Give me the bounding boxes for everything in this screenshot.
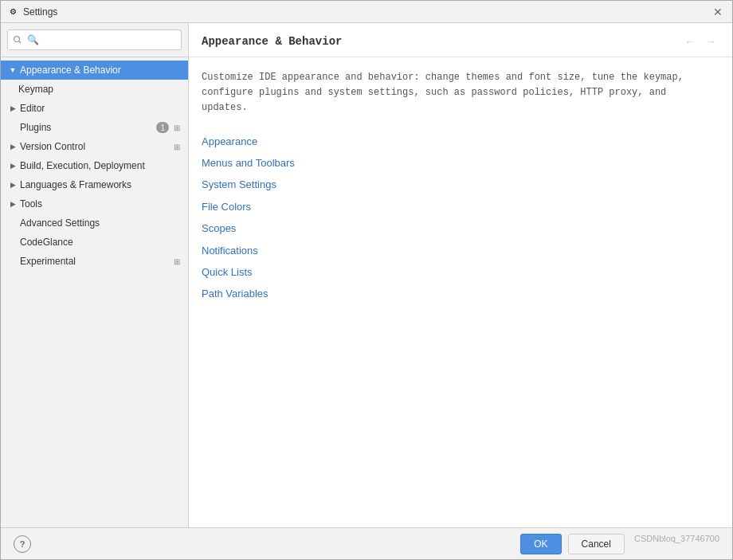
description-text: Customize IDE appearance and behavior: c… — [202, 70, 711, 116]
sidebar-item-label: Appearance & Behavior — [20, 65, 182, 76]
link-menus-toolbars[interactable]: Menus and Toolbars — [202, 154, 719, 172]
link-file-colors[interactable]: File Colors — [202, 198, 719, 216]
sidebar-item-editor[interactable]: ▶ Editor — [1, 99, 188, 118]
sidebar-item-tools[interactable]: ▶ Tools — [1, 194, 188, 213]
sidebar-item-label: Experimental — [20, 256, 172, 267]
settings-window: ⚙ Settings ✕ ▼ Appearance & Behavior Key… — [0, 0, 733, 560]
sidebar-item-label: CodeGlance — [20, 237, 182, 248]
spacer — [7, 122, 18, 133]
chevron-right-icon: ▶ — [7, 160, 18, 171]
sidebar-item-label: Build, Execution, Deployment — [20, 160, 182, 171]
main-content: ▼ Appearance & Behavior Keymap ▶ Editor … — [1, 23, 732, 527]
sidebar-tree: ▼ Appearance & Behavior Keymap ▶ Editor … — [1, 57, 188, 527]
chevron-right-icon: ▶ — [7, 179, 18, 190]
ok-button[interactable]: OK — [520, 534, 561, 554]
sidebar-item-experimental[interactable]: Experimental ⊞ — [1, 252, 188, 271]
footer: ? OK Cancel CSDNbloq_37746700 — [1, 527, 732, 559]
link-system-settings[interactable]: System Settings — [202, 175, 719, 194]
link-notifications[interactable]: Notifications — [202, 241, 719, 260]
content-title: Appearance & Behavior — [202, 35, 342, 48]
spacer — [7, 237, 18, 248]
link-path-variables[interactable]: Path Variables — [202, 284, 719, 303]
links-section: Appearance Menus and Toolbars System Set… — [202, 132, 719, 303]
sidebar-item-keymap[interactable]: Keymap — [1, 80, 188, 99]
sidebar-item-version-control[interactable]: ▶ Version Control ⊞ — [1, 137, 188, 156]
link-scopes[interactable]: Scopes — [202, 219, 719, 237]
sidebar-item-label: Advanced Settings — [20, 217, 182, 229]
search-input[interactable] — [7, 29, 182, 50]
gear-icon[interactable]: ⊞ — [172, 123, 182, 132]
chevron-down-icon: ▼ — [7, 65, 18, 76]
chevron-right-icon: ▶ — [7, 141, 18, 152]
chevron-right-icon: ▶ — [7, 198, 18, 210]
content-header: Appearance & Behavior ← → — [189, 23, 732, 57]
sidebar-item-codeglance[interactable]: CodeGlance — [1, 233, 188, 252]
chevron-right-icon: ▶ — [7, 103, 18, 114]
forward-button[interactable]: → — [702, 33, 719, 50]
content-area: Appearance & Behavior ← → Customize IDE … — [189, 23, 732, 527]
window-title: Settings — [23, 6, 710, 18]
search-box — [1, 23, 188, 57]
spacer — [7, 256, 18, 267]
back-button[interactable]: ← — [681, 33, 699, 50]
sidebar-item-label: Version Control — [20, 141, 172, 152]
sidebar-item-appearance-behavior[interactable]: ▼ Appearance & Behavior — [1, 61, 188, 80]
gear-icon[interactable]: ⊞ — [172, 142, 182, 151]
sidebar-item-label: Keymap — [18, 84, 182, 95]
nav-buttons: ← → — [681, 33, 719, 50]
link-appearance[interactable]: Appearance — [202, 132, 719, 151]
sidebar-item-plugins[interactable]: Plugins 1 ⊞ — [1, 118, 188, 137]
plugins-badge: 1 — [156, 122, 169, 133]
sidebar-item-label: Languages & Frameworks — [20, 179, 182, 190]
gear-icon[interactable]: ⊞ — [172, 257, 182, 266]
title-bar: ⚙ Settings ✕ — [1, 1, 732, 23]
footer-buttons: OK Cancel CSDNbloq_37746700 — [520, 534, 719, 554]
content-body: Customize IDE appearance and behavior: c… — [189, 57, 732, 527]
sidebar-item-label: Plugins — [20, 122, 156, 133]
sidebar-item-advanced-settings[interactable]: Advanced Settings — [1, 213, 188, 233]
sidebar-item-label: Tools — [20, 198, 182, 210]
watermark-text: CSDNbloq_37746700 — [634, 534, 719, 554]
sidebar-item-label: Editor — [20, 103, 182, 114]
spacer — [7, 217, 18, 229]
link-quick-lists[interactable]: Quick Lists — [202, 263, 719, 281]
window-icon: ⚙ — [7, 6, 18, 18]
sidebar-item-build-execution[interactable]: ▶ Build, Execution, Deployment — [1, 156, 188, 175]
cancel-button[interactable]: Cancel — [568, 534, 625, 554]
close-button[interactable]: ✕ — [710, 4, 726, 20]
sidebar-item-languages-frameworks[interactable]: ▶ Languages & Frameworks — [1, 175, 188, 194]
sidebar: ▼ Appearance & Behavior Keymap ▶ Editor … — [1, 23, 189, 527]
help-button[interactable]: ? — [14, 535, 31, 553]
